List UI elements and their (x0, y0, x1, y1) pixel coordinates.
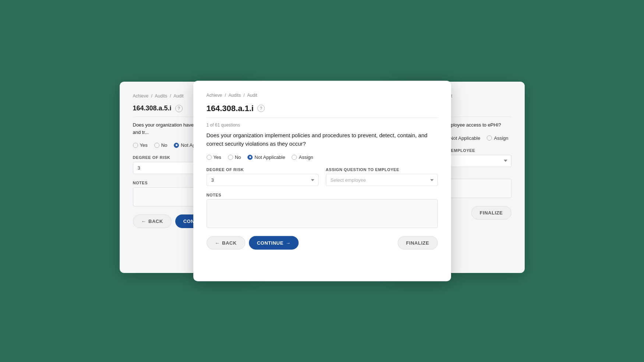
left-back-arrow (141, 219, 147, 224)
breadcrumb-audits-left[interactable]: Audits (155, 93, 167, 99)
center-radio-no[interactable]: No (228, 155, 241, 160)
right-radio-assign[interactable]: Assign (487, 135, 508, 141)
breadcrumb-achieve-center[interactable]: Achieve (207, 93, 222, 98)
left-radio-yes[interactable]: Yes (133, 142, 148, 148)
center-title-code: 164.308.a.1.i (207, 104, 254, 113)
center-question-text: Does your organization implement policie… (207, 131, 438, 148)
center-notes-input[interactable] (207, 199, 438, 228)
center-radio-na[interactable]: Not Applicable (247, 155, 285, 160)
left-back-button[interactable]: BACK (133, 214, 172, 228)
center-continue-arrow (286, 240, 291, 246)
left-help-icon[interactable]: ? (175, 105, 183, 112)
center-radio-yes-circle (207, 155, 212, 160)
center-employee-select[interactable]: Select employee (326, 174, 438, 186)
center-radio-assign-circle (292, 155, 297, 160)
center-question-count: 1 of 61 questions (207, 123, 438, 128)
center-continue-button[interactable]: CONTINUE (249, 236, 299, 250)
center-radio-no-circle (228, 155, 233, 160)
center-risk-select[interactable]: 3 (207, 174, 319, 186)
center-assign-field: ASSIGN QUESTION TO EMPLOYEE Select emplo… (326, 167, 438, 186)
center-back-arrow (215, 240, 220, 246)
left-radio-no[interactable]: No (154, 142, 168, 148)
center-breadcrumb: Achieve / Audits / Audit (207, 93, 438, 98)
center-finalize-button[interactable]: FINALIZE (398, 236, 438, 250)
center-form-grid: DEGREE OF RISK 3 ASSIGN QUESTION TO EMPL… (207, 167, 438, 186)
breadcrumb-audit-center[interactable]: Audit (247, 93, 257, 98)
left-radio-no-circle (154, 143, 159, 148)
center-notes-field: NOTES (207, 193, 438, 230)
center-back-button[interactable]: BACK (207, 236, 245, 250)
center-radio-assign[interactable]: Assign (292, 155, 313, 160)
center-title-row: 164.308.a.1.i ? (207, 104, 438, 113)
center-assign-label: ASSIGN QUESTION TO EMPLOYEE (326, 167, 438, 172)
breadcrumb-achieve-left[interactable]: Achieve (133, 93, 149, 99)
right-finalize-button[interactable]: FINALIZE (471, 206, 511, 220)
center-risk-field: DEGREE OF RISK 3 (207, 167, 319, 186)
center-radio-na-circle (247, 155, 253, 160)
center-notes-label: NOTES (207, 193, 438, 197)
center-radio-yes[interactable]: Yes (207, 155, 221, 160)
breadcrumb-audit-left[interactable]: Audit (173, 93, 183, 99)
left-title-code: 164.308.a.5.i (133, 104, 172, 112)
left-radio-na-circle (174, 143, 179, 148)
center-bottom-row: BACK CONTINUE FINALIZE (207, 236, 438, 250)
center-card: Achieve / Audits / Audit 164.308.a.1.i ?… (193, 81, 451, 281)
left-radio-yes-circle (133, 143, 138, 148)
center-help-icon[interactable]: ? (257, 105, 265, 112)
breadcrumb-audits-center[interactable]: Audits (229, 93, 241, 98)
center-risk-label: DEGREE OF RISK (207, 167, 319, 172)
right-radio-assign-circle (487, 135, 492, 141)
center-radio-row: Yes No Not Applicable Assign (207, 155, 438, 160)
